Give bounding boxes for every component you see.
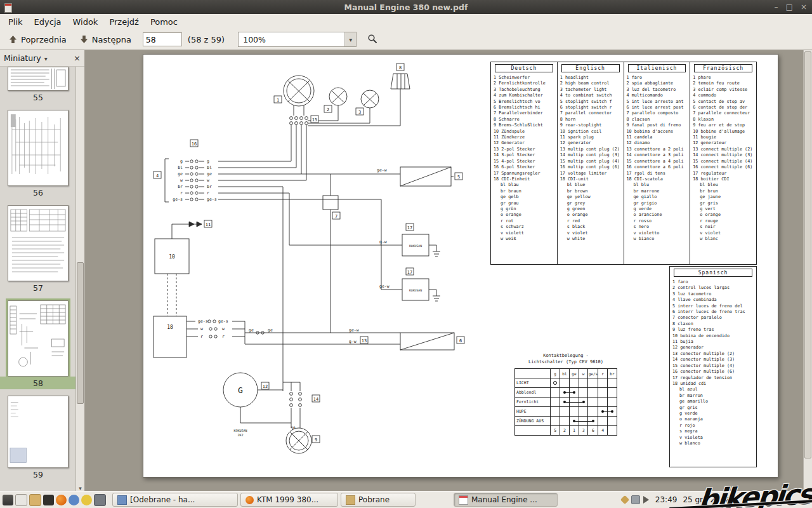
page-thumbnail[interactable] [8,205,69,281]
thumbnail-item[interactable]: 59 [0,389,76,481]
window-titlebar[interactable]: Manual Engine 380 new.pdf – □ × [0,0,812,14]
component-number-box: 8 [396,64,404,70]
scrollbar-thumb[interactable] [77,262,84,404]
menu-pomoc[interactable]: Pomoc [145,15,183,29]
zoom-select[interactable]: 100% ▾ [238,32,357,47]
document-scrollbar[interactable] [803,50,812,491]
window-button-label: Manual Engine ... [471,495,537,504]
legend-entry: 17 regulador de tension [670,375,756,381]
page-thumbnail[interactable] [8,300,69,377]
legend-entry: 2 Fernlichtkontrolle [491,81,557,86]
legend-entry: 12 dinamo [624,140,690,146]
monitor-icon[interactable] [94,494,106,506]
legend-entry: 16 6-pol Stecker [491,164,557,170]
minimize-button[interactable]: – [775,0,778,14]
legend-entry: 9 Brems-Schlußlicht [491,123,557,128]
messenger-icon[interactable] [69,495,79,505]
legend-color-code: gr gris [670,405,756,411]
close-button[interactable]: × [801,0,807,14]
sidebar-scrollbar[interactable]: ▾ [75,67,84,491]
legend-color-code: r rot [491,218,557,224]
scrollbar-thumb[interactable] [804,51,811,458]
menu-plik[interactable]: Plik [3,15,29,29]
thumbnail-item[interactable]: 58 [0,294,76,389]
chevron-down-icon: ▾ [344,32,356,46]
thumbnail-item[interactable]: 57 [0,199,76,294]
next-page-button[interactable]: Następna [75,32,136,47]
component-number-box: 6 [457,337,464,344]
terminal-icon[interactable] [43,495,54,505]
svg-text:14: 14 [313,397,318,402]
sidebar-header: Miniatury ▾ × [0,50,84,67]
menu-widok[interactable]: Widok [67,15,103,29]
volume-icon[interactable] [643,496,649,504]
contact-column-header: r [598,369,608,378]
legend-color-code: w white [558,236,624,242]
menu-edycja[interactable]: Edycja [29,15,67,29]
legend-entry: 6 Bremslichtsch hi [491,105,557,110]
show-desktop-icon[interactable] [15,494,27,506]
page-thumbnail[interactable] [8,67,69,91]
legend-language-title: Französisch [694,64,752,72]
component-number-box: 13 [360,337,368,344]
legend-color-code: ge amarillo [670,399,756,404]
wire-color-label: ge-w [349,328,359,333]
thumbnail-item[interactable]: 56 [0,104,76,199]
legend-color-code: s schwarz [491,224,557,230]
media-icon[interactable] [81,495,92,505]
legend-entry: 10 bobina de encendido [670,333,756,339]
legend-entry: 14 conector multiple (3) [670,357,756,363]
page-thumbnail[interactable] [8,110,69,186]
maximize-button[interactable]: □ [786,0,793,14]
legend-entry: 7 parallele connecteur [690,110,756,116]
wire-color-label: g-w [379,239,387,244]
contact-column-header: br [607,369,617,378]
svg-text:5: 5 [457,175,460,180]
thumbnail-item[interactable]: 55 [0,67,76,104]
taskbar-window-button[interactable]: [Odebrane - ha... [112,493,238,507]
legend-entry: 2 control luces largas [670,285,756,291]
previous-page-button[interactable]: Poprzednia [4,32,71,47]
svg-text:9: 9 [315,438,317,443]
search-button[interactable] [363,31,381,48]
page-number-input[interactable] [143,32,182,46]
taskbar-window-button[interactable]: Manual Engine ... [454,493,558,507]
pencil-icon[interactable] [620,495,629,504]
legend-color-code: v violeta [670,435,756,441]
legend-entry: 18 CDI-Einheit [491,177,557,182]
wire-color-label: ge [207,171,212,177]
legend-entry: 15 connect multiple (4) [690,159,756,164]
main-menu-icon[interactable] [3,495,13,505]
component-number-box: 17 [406,268,414,275]
menu-bar: Plik Edycja Widok Przejdź Pomoc [0,14,812,30]
svg-text:7: 7 [335,214,337,219]
legend-entry: 3 eclair comp vitesse [690,87,756,93]
window-button-label: KTM 1999 380... [257,495,318,504]
legend-color-code: v violet [558,231,624,236]
chevron-down-icon[interactable]: ▾ [44,55,48,62]
clock-time: 23:49 [655,495,678,504]
component-number-box: 3 [356,108,363,115]
generator-model: 2K2 [237,433,243,437]
legend-color-code: s nero [624,224,690,230]
menu-przejdz[interactable]: Przejdź [103,15,144,29]
legend-entry: 14 connettore a 3 poli [624,152,690,158]
taskbar-window-button[interactable]: KTM 1999 380... [240,493,338,507]
legend-entry: 14 connect multiple (3) [690,152,756,158]
legend-entry: 10 ignition coil [558,129,624,135]
contact-pin-number: 1 [569,426,579,436]
legend-color-code: r rouge [690,218,756,224]
network-icon[interactable] [631,495,640,504]
browser-icon[interactable] [56,495,67,505]
legend-entry: 4 commodo [690,93,756,98]
window-title: Manual Engine 380 new.pdf [0,3,812,12]
sidebar-mode-select[interactable]: Miniatury [4,53,41,63]
sidebar-close-button[interactable]: × [74,53,81,63]
page-thumbnail[interactable] [8,396,69,468]
legend-color-code: o orange [558,212,624,218]
taskbar-window-button[interactable]: Pobrane [341,493,416,507]
system-tray [622,495,649,504]
component-number-box: 12 [261,382,269,389]
pdf-page: KOKUSAN KOKUSAN G KOKUSAN 2K2 50 10 18 1… [143,54,778,478]
file-manager-icon[interactable] [29,494,41,506]
